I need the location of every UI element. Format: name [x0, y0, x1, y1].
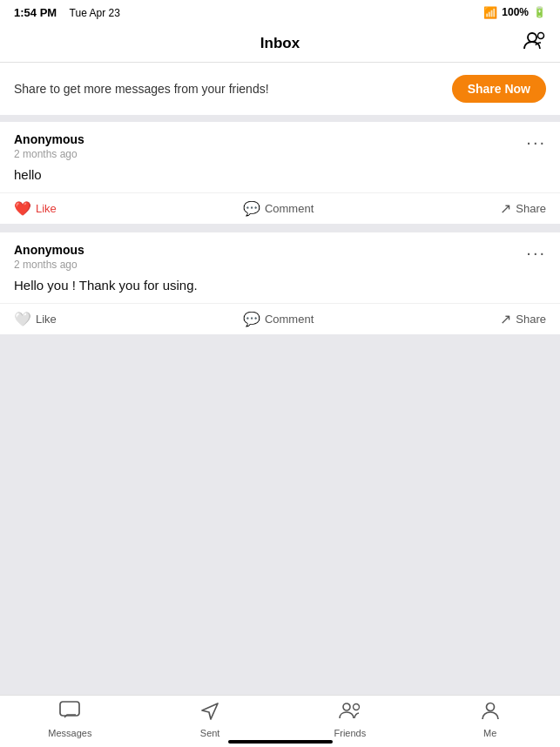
post-time: 2 months ago	[14, 259, 84, 271]
status-indicators: 📶 100% 🔋	[483, 6, 546, 19]
comment-button[interactable]: 💬 Comment	[243, 311, 314, 327]
share-now-button[interactable]: Share Now	[452, 75, 546, 103]
nav-bar: Inbox	[0, 24, 560, 63]
tab-messages-label: Messages	[48, 728, 91, 738]
post-body: Hello you ! Thank you for using.	[0, 274, 560, 303]
post-author: Anonymous	[14, 243, 84, 257]
post-actions: 🤍 Like 💬 Comment ↗ Share	[0, 303, 560, 334]
status-time: 1:54 PM Tue Apr 23	[14, 6, 120, 19]
tab-sent[interactable]: Sent	[140, 701, 280, 738]
svg-point-1	[538, 32, 544, 38]
profile-icon[interactable]	[523, 31, 546, 56]
post-menu-button[interactable]: ···	[519, 243, 546, 263]
comment-icon: 💬	[243, 311, 260, 327]
post-time: 2 months ago	[14, 148, 84, 160]
comment-icon: 💬	[243, 200, 260, 217]
battery-percent: 100%	[502, 6, 529, 18]
share-button[interactable]: ↗ Share	[500, 200, 546, 217]
tab-bar-indicator	[228, 740, 333, 744]
battery-icon: 🔋	[533, 6, 546, 18]
svg-point-0	[528, 33, 536, 42]
share-banner: Share to get more messages from your fri…	[0, 63, 560, 122]
tab-bar: Messages Sent Friends Me	[0, 695, 560, 747]
like-button[interactable]: ❤️ Like	[14, 200, 57, 217]
post-card: Anonymous 2 months ago ··· hello ❤️ Like…	[0, 122, 560, 224]
friends-icon	[338, 701, 362, 725]
tab-me-label: Me	[483, 728, 496, 738]
svg-rect-2	[60, 702, 79, 716]
svg-point-5	[486, 703, 494, 711]
tab-me[interactable]: Me	[420, 701, 560, 738]
share-icon: ↗	[500, 311, 511, 327]
heart-icon: 🤍	[14, 311, 31, 327]
share-banner-text: Share to get more messages from your fri…	[14, 82, 269, 96]
status-bar: 1:54 PM Tue Apr 23 📶 100% 🔋	[0, 0, 560, 24]
tab-sent-label: Sent	[200, 728, 220, 738]
share-button[interactable]: ↗ Share	[500, 311, 546, 327]
post-card: Anonymous 2 months ago ··· Hello you ! T…	[0, 232, 560, 334]
comment-button[interactable]: 💬 Comment	[243, 200, 314, 217]
svg-point-3	[343, 703, 350, 710]
share-icon: ↗	[500, 200, 511, 217]
post-menu-button[interactable]: ···	[519, 132, 546, 152]
heart-icon: ❤️	[14, 200, 31, 217]
empty-feed-area	[0, 336, 560, 747]
tab-friends[interactable]: Friends	[280, 701, 421, 738]
me-icon	[481, 701, 500, 725]
wifi-icon: 📶	[483, 6, 497, 19]
post-body: hello	[0, 164, 560, 192]
post-author: Anonymous	[14, 132, 84, 146]
post-header: Anonymous 2 months ago ···	[0, 232, 560, 274]
svg-point-4	[353, 704, 359, 710]
sent-icon	[199, 701, 220, 725]
tab-messages[interactable]: Messages	[0, 701, 140, 738]
post-header: Anonymous 2 months ago ···	[0, 122, 560, 164]
post-actions: ❤️ Like 💬 Comment ↗ Share	[0, 192, 560, 224]
like-button[interactable]: 🤍 Like	[14, 311, 57, 327]
messages-icon	[59, 701, 80, 725]
page-title: Inbox	[260, 35, 300, 52]
post-divider	[0, 225, 560, 232]
tab-friends-label: Friends	[334, 728, 367, 738]
